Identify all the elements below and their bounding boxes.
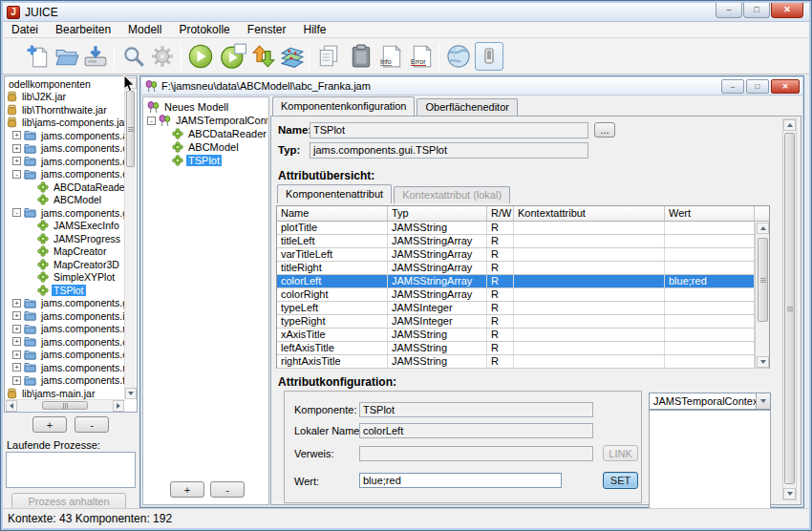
scrollbar-thumb[interactable] <box>42 401 88 410</box>
scroll-down-icon[interactable] <box>125 388 137 399</box>
scrollbar-thumb[interactable] <box>126 91 135 167</box>
expand-handle-icon[interactable]: + <box>12 376 21 385</box>
table-row-rightaxistitle[interactable]: rightAxisTitleJAMSStringR <box>277 355 769 369</box>
menu-fenster[interactable]: Fenster <box>239 22 295 38</box>
column-header-wert[interactable]: Wert <box>665 206 755 221</box>
scroll-down-icon[interactable] <box>757 356 769 368</box>
expand-handle-icon[interactable]: + <box>12 157 21 165</box>
tree-item-mapcreator3d[interactable]: MapCreator3D <box>5 258 124 271</box>
remove-component-button[interactable]: - <box>75 416 109 433</box>
expand-handle-icon[interactable]: - <box>147 117 156 125</box>
run-model-gui-button[interactable] <box>219 42 247 71</box>
tree-item-jamsexecinfo[interactable]: JAMSExecInfo <box>5 220 124 233</box>
expand-handle-icon[interactable]: + <box>12 311 21 320</box>
scrollbar-thumb[interactable] <box>784 133 795 484</box>
tab-komponentenkonfiguration[interactable]: Komponentenkonfiguration <box>272 96 415 116</box>
table-row-titleleft[interactable]: titleLeftJAMSStringArrayR <box>277 235 769 248</box>
scrollbar-thumb[interactable] <box>758 238 768 322</box>
context-selector[interactable]: JAMSTemporalContext <box>649 393 771 410</box>
settings-button[interactable] <box>148 42 177 71</box>
tree-item-jams-components-machin[interactable]: +jams.components.machin <box>5 323 124 336</box>
tree-item-lib-jams-main-jar[interactable]: lib\jams-main.jar <box>5 387 124 399</box>
doc-minimize-button[interactable]: – <box>721 79 744 94</box>
tree-item-abcdatareader[interactable]: ABCDataReader <box>145 127 267 140</box>
tree-item-jams-components-optimiz[interactable]: +jams.components.optimiz <box>5 349 124 362</box>
save-model-button[interactable] <box>81 42 110 71</box>
column-header-r-w[interactable]: R/W <box>487 206 514 221</box>
name-field[interactable]: TSPlot <box>310 122 588 138</box>
expand-handle-icon[interactable]: + <box>12 363 21 372</box>
tree-item-tsplot[interactable]: TSPlot <box>5 284 124 297</box>
paste-button[interactable] <box>347 42 375 71</box>
run-model-button[interactable] <box>186 42 215 71</box>
error-log-button[interactable]: Error <box>408 42 437 71</box>
tree-item-jamstemporalcontext[interactable]: -JAMSTemporalContext <box>145 114 267 127</box>
column-header-name[interactable]: Name <box>277 206 388 221</box>
set-button[interactable]: SET <box>603 472 638 489</box>
table-row-colorleft[interactable]: colorLeftJAMSStringArrayRblue;red <box>277 275 769 288</box>
expand-handle-icon[interactable]: + <box>12 350 21 359</box>
menu-hilfe[interactable]: Hilfe <box>294 22 334 38</box>
expand-handle-icon[interactable]: + <box>12 325 21 333</box>
tree-item-jams-components-tools[interactable]: +jams.components.tools <box>5 374 124 388</box>
tree-item-jams-components-gui[interactable]: -jams.components.gui <box>5 206 124 220</box>
tree-item-simplexyplot[interactable]: SimpleXYPlot <box>5 271 124 285</box>
table-row-vartitleleft[interactable]: varTitleLeftJAMSStringArrayR <box>277 248 769 262</box>
tree-item-jams-components-io[interactable]: +jams.components.io <box>5 309 124 323</box>
menu-modell[interactable]: Modell <box>119 22 170 38</box>
map-button[interactable] <box>278 42 307 71</box>
doc-restore-button[interactable]: □ <box>746 79 769 94</box>
web-button[interactable] <box>444 42 473 71</box>
info-log-button[interactable]: Info <box>377 42 406 71</box>
menu-protokolle[interactable]: Protokolle <box>170 22 238 38</box>
table-vertical-scrollbar[interactable] <box>755 223 769 368</box>
tree-item-jams-components-debug[interactable]: +jams.components.debug <box>5 155 124 168</box>
model-remove-button[interactable]: - <box>210 481 245 498</box>
tree-item-abcmodel[interactable]: ABCModel <box>145 140 267 154</box>
document-titlebar[interactable]: F:\jamsneu\data\ABCModell\abc_Franka.jam… <box>141 77 802 96</box>
table-row-typeright[interactable]: typeRightJAMSIntegerR <box>277 315 769 329</box>
chevron-down-icon[interactable] <box>756 393 770 409</box>
component-tree-vertical-scrollbar[interactable] <box>124 77 136 399</box>
tree-item-jams-components-aggreg[interactable]: +jams.components.aggreg <box>5 129 124 142</box>
tree-root-modellkomponenten[interactable]: odellkomponenten <box>5 77 124 91</box>
tree-item-jams-components-gui-spr[interactable]: +jams.components.gui.spr <box>5 297 124 310</box>
expand-handle-icon[interactable]: + <box>12 337 21 346</box>
scroll-up-icon[interactable] <box>125 77 137 89</box>
scroll-left-icon[interactable] <box>6 400 17 412</box>
tree-item-abcdatareader[interactable]: ABCDataReader <box>5 181 124 194</box>
copy-button[interactable] <box>314 42 343 71</box>
expand-handle-icon[interactable]: - <box>12 208 21 217</box>
tree-item-jams-components-conditi[interactable]: +jams.components.conditi <box>5 142 124 156</box>
expand-handle-icon[interactable]: + <box>12 131 21 139</box>
table-row-plottitle[interactable]: plotTitleJAMSStringR <box>277 222 769 235</box>
table-row-titleright[interactable]: titleRightJAMSStringArrayR <box>277 262 769 275</box>
expand-handle-icon[interactable]: + <box>12 144 21 153</box>
open-model-button[interactable] <box>53 42 81 71</box>
model-add-button[interactable]: + <box>170 481 204 498</box>
wert-field[interactable]: blue;red <box>359 473 562 488</box>
browse-button[interactable]: ... <box>594 122 615 138</box>
table-row-xaxistitle[interactable]: xAxisTitleJAMSStringR <box>277 329 769 342</box>
column-header-kontextattribut[interactable]: Kontextattribut <box>514 206 665 221</box>
menu-datei[interactable]: Datei <box>3 22 47 38</box>
tree-item-lib-thornthwaite-jar[interactable]: lib\Thornthwaite.jar <box>5 103 124 117</box>
scroll-right-icon[interactable] <box>113 400 124 412</box>
table-row-typeleft[interactable]: typeLeftJAMSIntegerR <box>277 302 769 315</box>
new-model-button[interactable] <box>24 42 53 71</box>
tree-item-lib-j2k-jar[interactable]: lib\J2K.jar <box>5 91 124 104</box>
tree-item-lib-jams-components-jar[interactable]: lib\jams-components.jar <box>5 117 124 130</box>
expand-handle-icon[interactable]: + <box>12 299 21 308</box>
tab-komponentenattribut[interactable]: Komponentenattribut <box>277 184 392 203</box>
doc-close-button[interactable]: ✕ <box>771 79 800 94</box>
pane-vertical-scrollbar[interactable] <box>782 118 797 500</box>
tree-item-neues-modell[interactable]: Neues Modell <box>145 100 267 114</box>
tree-item-tsplot[interactable]: TSPlot <box>145 154 267 167</box>
expand-handle-icon[interactable]: - <box>12 170 21 179</box>
tree-item-abcmodel[interactable]: ABCModel <box>5 194 124 207</box>
tree-item-jams-components-region[interactable]: +jams.components.region <box>5 361 124 374</box>
minimize-button[interactable]: – <box>716 3 742 18</box>
column-header-typ[interactable]: Typ <box>388 206 487 221</box>
maximize-button[interactable]: □ <box>743 3 770 18</box>
tab-oberfl-cheneditor[interactable]: Oberflächeneditor <box>417 98 517 116</box>
